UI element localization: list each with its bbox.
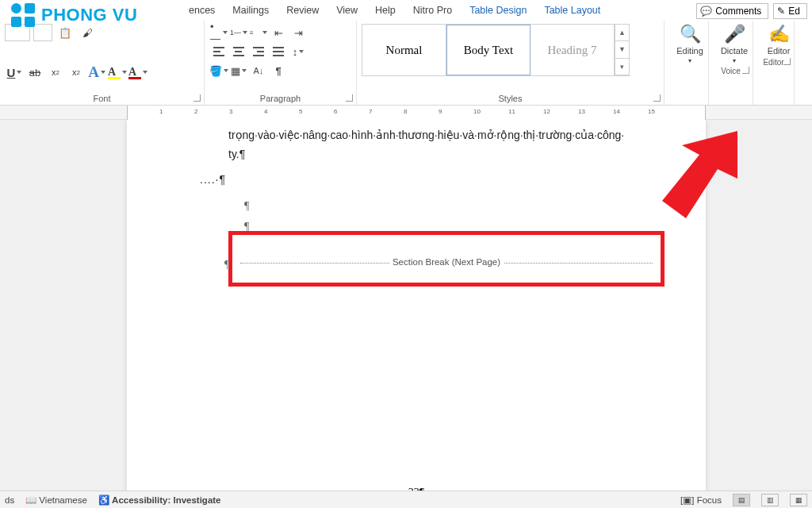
highlight-color-button[interactable]: A	[108, 64, 127, 81]
text-line: ty.¶	[228, 145, 658, 164]
tab-mailings[interactable]: Mailings	[226, 2, 275, 19]
subscript-button[interactable]: x2	[46, 64, 65, 81]
superscript-button[interactable]: x2	[67, 64, 86, 81]
section-break-line: Section Break (Next Page)	[240, 263, 653, 267]
borders-button[interactable]: ▦	[229, 62, 248, 79]
editing-button[interactable]: 🔍 Editing ▾	[669, 24, 710, 64]
paragraph-mark: ¶	[224, 259, 229, 271]
group-label-styles: Styles	[362, 91, 659, 103]
find-icon: 🔍	[680, 24, 701, 44]
tab-nitro-pro[interactable]: Nitro Pro	[407, 2, 458, 19]
text-line: trọng·vào·việc·nâng·cao·hình·ảnh·thương·…	[228, 126, 658, 145]
ribbon: 📋 🖌 U ab x2 x2 A A A Font •— 1— ≡ ⇤ ⇥	[0, 21, 812, 106]
underline-button[interactable]: U	[5, 64, 24, 81]
text-effects-button[interactable]: A	[87, 64, 106, 81]
style-heading-7[interactable]: Heading 7	[530, 25, 615, 75]
accessibility-icon: ♿	[98, 495, 109, 505]
title-bar-actions: 💬Comments ✎Ed	[696, 3, 807, 19]
justify-button[interactable]	[269, 43, 288, 60]
dictate-button[interactable]: 🎤 Dictate ▾	[714, 24, 755, 64]
group-editor: ✍ Editor Editor	[753, 21, 795, 105]
decrease-indent-button[interactable]: ⇤	[269, 24, 288, 41]
font-color-button[interactable]: A	[128, 64, 147, 81]
pencil-icon: ✎	[777, 6, 785, 17]
comments-button[interactable]: 💬Comments	[696, 3, 768, 19]
styles-expand-icon[interactable]: ▾	[615, 59, 629, 75]
style-normal[interactable]: Normal	[362, 25, 446, 75]
group-styles: Normal Body Text Heading 7 ▲▼▾ Styles	[357, 21, 665, 105]
horizontal-ruler[interactable]: 1 2 3 4 5 6 7 8 9 10 11 12 13 14 15	[0, 106, 812, 120]
group-voice: 🎤 Dictate ▾ Voice	[709, 21, 753, 105]
group-editing: 🔍 Editing ▾	[665, 21, 709, 105]
tab-table-design[interactable]: Table Design	[463, 2, 533, 19]
section-break-label: Section Break (Next Page)	[389, 257, 504, 267]
strikethrough-button[interactable]: ab	[25, 64, 44, 81]
comment-icon: 💬	[700, 6, 712, 17]
web-layout-button[interactable]: ▦	[790, 494, 807, 506]
status-bar: ds 📖 Vietnamese ♿ Accessibility: Investi…	[0, 491, 812, 508]
brand-logo: PHONG VU	[11, 3, 137, 27]
chevron-down-icon: ▾	[733, 57, 736, 64]
tab-references-partial[interactable]: ences	[182, 2, 221, 19]
group-label-paragraph: Paragraph	[209, 91, 351, 103]
multilevel-list-button[interactable]: ≡	[249, 24, 268, 41]
show-hide-marks-button[interactable]: ¶	[269, 62, 288, 79]
addins-button-partial[interactable]: A	[799, 24, 812, 38]
tab-table-layout[interactable]: Table Layout	[538, 2, 607, 19]
annotation-highlight-box: Section Break (Next Page)	[228, 231, 665, 287]
language-indicator[interactable]: 📖 Vietnamese	[25, 495, 87, 506]
accessibility-checker[interactable]: ♿ Accessibility: Investigate	[98, 495, 221, 506]
line-spacing-button[interactable]: ↕	[289, 43, 308, 60]
group-addins-partial: A	[795, 21, 812, 105]
styles-gallery[interactable]: Normal Body Text Heading 7 ▲▼▾	[362, 24, 630, 76]
svg-marker-0	[662, 131, 737, 218]
chevron-down-icon: ▾	[688, 57, 691, 64]
styles-scroll-down-icon[interactable]: ▼	[615, 41, 629, 58]
group-paragraph: •— 1— ≡ ⇤ ⇥ ↕ 🪣 ▦ A↓ ¶ Paragraph	[205, 21, 357, 105]
styles-scroll-up-icon[interactable]: ▲	[615, 25, 629, 41]
group-font: 📋 🖌 U ab x2 x2 A A A Font	[0, 21, 205, 105]
group-label-font: Font	[5, 91, 199, 103]
read-mode-button[interactable]: ▤	[733, 494, 750, 506]
print-layout-button[interactable]: ▥	[761, 494, 779, 506]
tab-review[interactable]: Review	[280, 2, 325, 19]
annotation-arrow	[650, 131, 745, 226]
paragraph-mark: ¶	[127, 200, 706, 213]
tab-view[interactable]: View	[330, 2, 364, 19]
body-text[interactable]: trọng·vào·việc·nâng·cao·hình·ảnh·thương·…	[127, 120, 706, 164]
editor-pen-icon: ✍	[768, 24, 790, 44]
group-label-voice: Voice	[714, 64, 748, 75]
leader-dots: ....·¶	[127, 164, 706, 190]
increase-indent-button[interactable]: ⇥	[289, 24, 308, 41]
group-label-editor: Editor	[758, 56, 789, 67]
focus-mode-button[interactable]: [▣] Focus	[680, 495, 722, 506]
numbering-button[interactable]: 1—	[229, 24, 248, 41]
editing-mode-button[interactable]: ✎Ed	[773, 3, 807, 19]
align-left-button[interactable]	[209, 43, 228, 60]
shading-button[interactable]: 🪣	[209, 62, 228, 79]
microphone-icon: 🎤	[724, 24, 745, 44]
sort-button[interactable]: A↓	[249, 62, 268, 79]
align-center-button[interactable]	[229, 43, 248, 60]
status-text-partial[interactable]: ds	[5, 495, 14, 505]
page: trọng·vào·việc·nâng·cao·hình·ảnh·thương·…	[127, 120, 706, 491]
style-body-text[interactable]: Body Text	[446, 25, 530, 75]
brand-logo-text: PHONG VU	[41, 5, 137, 25]
align-right-button[interactable]	[249, 43, 268, 60]
bullets-button[interactable]: •—	[209, 24, 228, 41]
styles-scroll[interactable]: ▲▼▾	[615, 25, 629, 75]
brand-logo-icon	[11, 3, 38, 27]
editor-button[interactable]: ✍ Editor	[758, 24, 799, 56]
tab-help[interactable]: Help	[369, 2, 402, 19]
